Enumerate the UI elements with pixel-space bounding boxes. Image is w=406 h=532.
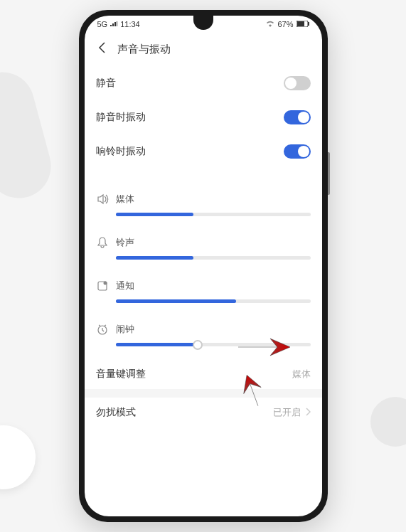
notification-label: 通知 xyxy=(116,280,134,292)
vibrate-mute-label: 静音时振动 xyxy=(96,111,146,124)
volume-key-label: 音量键调整 xyxy=(96,368,146,381)
bg-decoration xyxy=(370,397,406,447)
bell-icon xyxy=(96,236,109,249)
vibrate-mute-row: 静音时振动 xyxy=(96,100,311,134)
svg-rect-2 xyxy=(308,22,309,26)
ringtone-slider[interactable] xyxy=(116,256,311,260)
dnd-value: 已开启 xyxy=(273,406,301,419)
ringtone-label: 铃声 xyxy=(116,236,134,249)
page-header: 声音与振动 xyxy=(85,33,322,66)
mute-row: 静音 xyxy=(96,66,311,100)
svg-rect-1 xyxy=(297,21,304,26)
notification-slider-section: 通知 xyxy=(96,272,311,316)
alarm-slider[interactable] xyxy=(116,343,311,346)
phone-screen: 5G 11:34 67% xyxy=(85,16,322,516)
phone-mockup: 5G 11:34 67% xyxy=(79,10,328,522)
media-slider[interactable] xyxy=(116,213,311,216)
phone-side-button xyxy=(328,152,330,195)
media-label: 媒体 xyxy=(116,193,134,206)
vibrate-ring-label: 响铃时振动 xyxy=(96,145,146,158)
notification-icon xyxy=(96,280,109,292)
ringtone-slider-section: 铃声 xyxy=(96,229,311,272)
signal-label: 5G xyxy=(97,20,108,28)
speaker-icon xyxy=(96,193,109,206)
signal-icon xyxy=(110,20,117,28)
moon-icon xyxy=(256,20,263,28)
bg-decoration xyxy=(0,425,36,489)
notification-slider[interactable] xyxy=(116,299,311,303)
clock-icon xyxy=(96,323,109,336)
wifi-icon xyxy=(266,20,274,28)
bg-decoration xyxy=(0,65,58,205)
status-time: 11:34 xyxy=(120,20,140,28)
page-title: 声音与振动 xyxy=(117,43,171,56)
volume-key-value: 媒体 xyxy=(292,368,311,381)
alarm-slider-section: 闹钟 xyxy=(96,316,311,359)
back-button[interactable] xyxy=(96,41,109,58)
battery-percent: 67% xyxy=(277,20,293,28)
svg-point-4 xyxy=(103,282,107,285)
vibrate-ring-toggle[interactable] xyxy=(284,144,311,159)
battery-icon xyxy=(297,20,309,28)
mute-label: 静音 xyxy=(96,77,116,90)
media-slider-section: 媒体 xyxy=(96,186,311,229)
alarm-label: 闹钟 xyxy=(116,323,134,336)
dnd-row[interactable]: 勿扰模式 已开启 xyxy=(96,398,311,427)
vibrate-mute-toggle[interactable] xyxy=(284,110,311,124)
vibrate-ring-row: 响铃时振动 xyxy=(96,134,311,169)
dnd-label: 勿扰模式 xyxy=(96,406,136,419)
volume-key-row[interactable]: 音量键调整 媒体 xyxy=(96,359,311,389)
mute-toggle[interactable] xyxy=(284,76,311,90)
chevron-right-icon xyxy=(305,406,311,419)
